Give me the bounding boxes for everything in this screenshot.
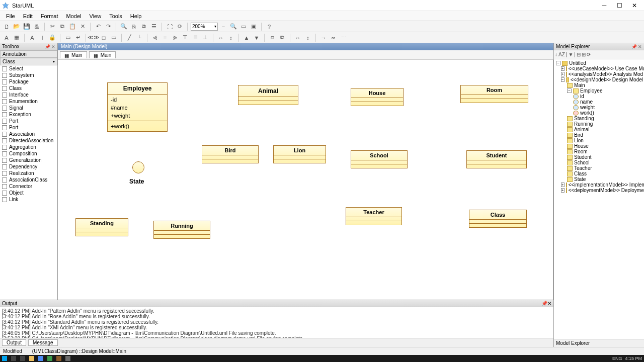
align-middle-icon[interactable]: ≣	[191, 33, 200, 42]
italic-icon[interactable]: I	[38, 33, 47, 42]
layout-icon[interactable]: ▭	[63, 33, 72, 42]
find-icon[interactable]: 🔍	[119, 22, 128, 31]
toolbox-item-enumeration[interactable]: Enumeration	[0, 98, 57, 105]
tree-animal[interactable]: Animal	[566, 127, 643, 132]
menu-model[interactable]: Model	[62, 12, 86, 20]
sort-icon[interactable]: ↕	[555, 52, 557, 57]
tree-employee[interactable]: −Employee	[566, 88, 643, 94]
tree-deploy[interactable]: +<<deploymentModel>> Deployment Mod	[560, 188, 643, 193]
show-op-icon[interactable]: □	[99, 33, 108, 42]
uml-class-bird[interactable]: Bird	[202, 145, 259, 163]
new-icon[interactable]: 🗋	[2, 22, 11, 31]
stereotype-icon[interactable]: ≪≫	[89, 33, 98, 42]
toolbox-item-object[interactable]: Object	[0, 190, 57, 196]
options-icon[interactable]: ☰	[149, 22, 158, 31]
height-same-icon[interactable]: ↕	[303, 33, 312, 42]
paste-icon[interactable]: 📋	[68, 22, 77, 31]
toolbox-item-composition[interactable]: Composition	[0, 150, 57, 157]
align-left-icon[interactable]: ⫷	[150, 33, 159, 42]
bring-front-icon[interactable]: ▲	[242, 33, 251, 42]
uml-class-employee[interactable]: Employee -id #name +weight +work()	[107, 82, 168, 132]
undo-icon[interactable]: ↶	[94, 22, 103, 31]
uml-class-house[interactable]: House	[351, 88, 404, 106]
toolbox-item-directedassociation[interactable]: DirectedAssociation	[0, 137, 57, 144]
tree-running[interactable]: Running	[566, 121, 643, 127]
toolbox-item-associationclass[interactable]: AssociationClass	[0, 176, 57, 183]
toolbox-category-class[interactable]: Class	[0, 58, 57, 65]
tree-main[interactable]: Main	[566, 82, 643, 88]
cut-icon[interactable]: ✂	[48, 22, 57, 31]
uml-class-class[interactable]: Class	[469, 210, 527, 228]
clone-icon[interactable]: ⧉	[139, 22, 148, 31]
uml-class-room[interactable]: Room	[460, 85, 528, 103]
toolbox-item-connector[interactable]: Connector	[0, 183, 57, 190]
tree-house[interactable]: House	[566, 143, 643, 149]
tree-lion[interactable]: Lion	[566, 138, 643, 143]
toolbox-item-dependency[interactable]: Dependency	[0, 163, 57, 170]
zoom-fit-icon[interactable]: ⛶	[165, 22, 174, 31]
more-icon[interactable]: ⋯	[339, 33, 348, 42]
lock-icon[interactable]: 🔒	[48, 33, 57, 42]
collapse-icon[interactable]: ⊟	[577, 52, 581, 57]
menu-edit[interactable]: Edit	[19, 12, 37, 20]
width-same-icon[interactable]: ↔	[293, 33, 302, 42]
copy-icon[interactable]: ⧉	[58, 22, 67, 31]
explorer-tab[interactable]: Model Explorer	[556, 340, 590, 346]
zoom-window-icon[interactable]: ▣	[249, 22, 258, 31]
menu-format[interactable]: Format	[37, 12, 62, 20]
rect-line-icon[interactable]: └	[135, 33, 144, 42]
uml-class-standing[interactable]: Standing	[75, 218, 128, 236]
word-wrap-icon[interactable]: ↵	[73, 33, 83, 42]
chrome-icon[interactable]	[38, 356, 43, 361]
taskview-icon[interactable]	[20, 356, 25, 361]
maximize-button[interactable]: ☐	[612, 1, 627, 11]
pin-icon[interactable]: 📌	[631, 44, 637, 49]
align-center-icon[interactable]: ≡	[160, 33, 170, 42]
print-icon[interactable]: 🖶	[32, 22, 41, 31]
app-taskbar-icon-2[interactable]	[56, 356, 61, 361]
ungroup-icon[interactable]: ⧉	[278, 33, 287, 42]
align-bottom-icon[interactable]: ⊥	[201, 33, 210, 42]
tree-student[interactable]: Student	[566, 154, 643, 160]
tree-analysis[interactable]: +<<analysisModel>> Analysis Mod	[560, 71, 643, 77]
refresh-icon[interactable]: ⟳	[175, 22, 184, 31]
tree-attr-id[interactable]: id	[572, 94, 643, 99]
group-icon[interactable]: ⧈	[268, 33, 277, 42]
link-icon[interactable]: ∞	[329, 33, 338, 42]
refresh-tree-icon[interactable]: ⟳	[587, 52, 591, 57]
tree-teacher[interactable]: Teacher	[566, 165, 643, 171]
explorer-taskbar-icon[interactable]	[29, 356, 34, 361]
diagram-canvas[interactable]: Employee -id #name +weight +work() Anima…	[58, 60, 553, 340]
toolbox-item-subsystem[interactable]: Subsystem	[0, 72, 57, 78]
tab-main-2[interactable]: ▦Main	[89, 51, 116, 58]
explorer-tree[interactable]: −Untitled +<<useCaseModel>> Use Case Mod…	[554, 59, 644, 339]
toolbox-item-select[interactable]: Select	[0, 65, 57, 72]
tree-standing[interactable]: Standing	[566, 116, 643, 121]
uml-interface-state[interactable]	[132, 161, 144, 173]
filter-icon[interactable]: ▼	[568, 52, 573, 57]
zoom-combo[interactable]: 200%	[191, 23, 218, 31]
zoom-actual-icon[interactable]: ▭	[239, 22, 248, 31]
dist-v-icon[interactable]: ↕	[226, 33, 235, 42]
toolbox-item-package[interactable]: Package	[0, 78, 57, 85]
tree-room[interactable]: Room	[566, 149, 643, 154]
uml-class-lion[interactable]: Lion	[273, 145, 326, 163]
menu-help[interactable]: Help	[126, 12, 146, 20]
dist-h-icon[interactable]: ↔	[216, 33, 225, 42]
tree-attr-name[interactable]: name	[572, 99, 643, 105]
tray-time[interactable]: 4:15 PM	[625, 356, 642, 361]
toolbox-item-association[interactable]: Association	[0, 131, 57, 137]
tray-lang[interactable]: ENG	[612, 356, 622, 361]
app-taskbar-icon[interactable]	[47, 356, 52, 361]
menu-tools[interactable]: Tools	[105, 12, 126, 20]
toolbox-item-port[interactable]: Port	[0, 118, 57, 124]
fill-color-icon[interactable]: ▦	[12, 33, 21, 42]
pin-icon[interactable]: 📌	[541, 301, 547, 306]
tree-design[interactable]: −<<designModel>> Design Model	[560, 77, 643, 82]
close-button[interactable]: ✕	[627, 1, 642, 11]
toolbox-item-realization[interactable]: Realization	[0, 170, 57, 176]
help-icon[interactable]: ?	[265, 22, 274, 31]
zoom-out-icon[interactable]: −	[219, 22, 228, 31]
paste-special-icon[interactable]: ⎘	[129, 22, 138, 31]
save-icon[interactable]: 💾	[22, 22, 31, 31]
